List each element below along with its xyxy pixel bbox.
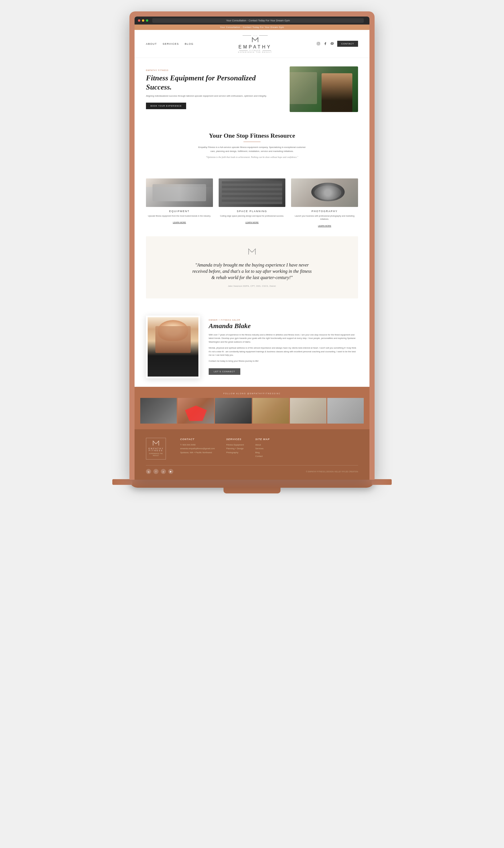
footer-logo-tagline: EXPERIENCE THE RESULT — [148, 453, 163, 457]
footer-service-2[interactable]: Planning + Design — [226, 447, 244, 451]
footer-sitemap-about[interactable]: About — [255, 443, 270, 447]
footer-sitemap-title: Site Map — [255, 438, 270, 441]
connect-button[interactable]: LET'S CONNECT — [209, 368, 240, 375]
footer-sitemap-services[interactable]: Services — [255, 447, 270, 451]
pinterest-icon[interactable] — [330, 42, 334, 46]
footer-youtube-icon[interactable]: ▶ — [168, 469, 173, 474]
about-image — [146, 315, 200, 378]
footer-contact-title: Contact — [180, 438, 215, 441]
footer-pinterest-icon[interactable]: p — [161, 469, 166, 474]
laptop-frame: Your Consultation - Contact Today For Yo… — [129, 12, 375, 480]
footer-instagram-icon[interactable]: ig — [146, 469, 151, 474]
footer-sitemap: Site Map About Services Blog Contact — [255, 438, 270, 459]
instagram-image-2[interactable] — [178, 398, 214, 423]
one-stop-quote: "Optimism is the faith that leads to ach… — [152, 156, 352, 159]
footer-bottom: ig f p ▶ © EMPATHY FITNESS | DESIGN: KEL… — [146, 465, 358, 474]
service-equipment: EQUIPMENT Upscale fitness equipment from… — [146, 178, 213, 228]
hero-content: EMPATHY FITNESS Fitness Equipment for Pe… — [146, 69, 281, 109]
browser-dot-minimize[interactable] — [142, 19, 144, 22]
logo-lines: — — — [194, 35, 317, 36]
footer-service-1[interactable]: Fitness Equipment — [226, 443, 244, 447]
footer-sitemap-contact[interactable]: Contact — [255, 454, 270, 458]
photography-link[interactable]: LEARN MORE — [318, 225, 331, 227]
hero-title: Fitness Equipment for Personalized Succe… — [146, 74, 281, 91]
footer-service-3[interactable]: Photography — [226, 451, 244, 455]
facebook-icon[interactable] — [324, 42, 327, 46]
nav-links: ABOUT SERVICES BLOG — [146, 42, 194, 45]
equipment-link[interactable]: LEARN MORE — [173, 221, 186, 223]
hero-cta-button[interactable]: BOOK YOUR EXPERIENCE — [146, 103, 186, 109]
logo-monogram — [194, 36, 317, 44]
footer-top: EMPATHY FITNESS EXPERIENCE THE RESULT Co… — [146, 438, 358, 459]
footer-sitemap-blog[interactable]: Blog — [255, 451, 270, 455]
photography-title: PHOTOGRAPHY — [291, 210, 358, 213]
about-bio-1: With over 7 years of experience in the f… — [209, 333, 358, 344]
photography-image — [291, 178, 358, 207]
about-bio-2: Mental, physical and spiritual wellness … — [209, 346, 358, 357]
laptop-base — [129, 480, 375, 488]
testimonial-author: Jake Swanson BSPA, CPT, CES, CSCS, Owner — [163, 285, 341, 287]
instagram-image-3[interactable] — [215, 398, 251, 423]
announcement-bar: Your Consultation - Contact Today For Yo… — [134, 24, 370, 30]
about-eyebrow: OWNER + FITNESS SALOR — [209, 319, 358, 321]
one-stop-section: Your One Stop Fitness Resource Empathy F… — [134, 121, 370, 170]
photography-desc: Launch your business with professional p… — [291, 214, 358, 221]
testimonial-section: "Amanda truly brought me the buying expe… — [146, 236, 358, 299]
space-planning-title: SPACE PLANNING — [219, 210, 286, 213]
instagram-section: FOLLOW ALONG @EMPATHYFITNESSINC — [134, 387, 370, 429]
nav-services[interactable]: SERVICES — [163, 42, 179, 45]
footer-phone: T: 509.544.5456 — [180, 443, 215, 447]
hero-description: Aligning individualized success through … — [146, 94, 281, 98]
space-planning-link[interactable]: LEARN MORE — [246, 221, 258, 223]
footer-social: ig f p ▶ — [146, 469, 173, 474]
announcement-text: Your Consultation - Contact Today For Yo… — [220, 26, 284, 29]
testimonial-quote: "Amanda truly brought me the buying expe… — [192, 262, 312, 281]
footer-email[interactable]: amanda.empathyfitness@gmail.com — [180, 447, 215, 451]
nav-right: CONTACT — [317, 41, 358, 47]
about-bio-3: Contact me today to bring your fitness j… — [209, 359, 358, 363]
svg-point-2 — [319, 42, 319, 43]
testimonial-monogram — [163, 248, 341, 257]
footer-logo-monogram — [148, 440, 163, 448]
navigation: ABOUT SERVICES BLOG — — — [134, 30, 370, 58]
service-photography: PHOTOGRAPHY Launch your business with pr… — [291, 178, 358, 228]
instagram-image-1[interactable] — [140, 398, 177, 423]
footer: EMPATHY FITNESS EXPERIENCE THE RESULT Co… — [134, 429, 370, 480]
hero-image — [290, 67, 358, 112]
equipment-title: EQUIPMENT — [146, 210, 213, 213]
contact-button[interactable]: CONTACT — [337, 41, 358, 47]
services-section: EQUIPMENT Upscale fitness equipment from… — [134, 170, 370, 236]
instagram-grid — [140, 398, 364, 423]
nav-blog[interactable]: BLOG — [185, 42, 194, 45]
about-section: OWNER + FITNESS SALOR Amanda Blake With … — [134, 307, 370, 387]
equipment-image — [146, 178, 213, 207]
browser-dot-close[interactable] — [138, 19, 140, 22]
footer-copyright: © EMPATHY FITNESS | DESIGN: KELLEY RYLEE… — [306, 471, 358, 473]
instagram-image-6[interactable] — [327, 398, 364, 423]
equipment-desc: Upscale fitness equipment from the most … — [146, 214, 213, 217]
service-space-planning: SPACE PLANNING Cutting edge space planni… — [219, 178, 286, 228]
nav-about[interactable]: ABOUT — [146, 42, 157, 45]
logo-text: EMPATHY — [194, 44, 317, 50]
laptop-stand — [223, 488, 281, 493]
svg-point-1 — [318, 43, 319, 44]
browser-url: Your Consultation - Contact Today For Yo… — [152, 18, 364, 23]
logo: — — EMPATHY FITNESS — [194, 35, 317, 53]
footer-facebook-icon[interactable]: f — [154, 469, 159, 474]
browser-dot-maximize[interactable] — [146, 19, 148, 22]
footer-services: Services Fitness Equipment Planning + De… — [226, 438, 244, 459]
instagram-label: FOLLOW ALONG @EMPATHYFITNESSINC — [140, 393, 364, 395]
footer-logo-name: EMPATHY FITNESS — [148, 448, 163, 451]
one-stop-desc: Empathy Fitness is a full-service upscal… — [198, 145, 306, 153]
laptop-screen: Your Consultation - Contact Today For Yo… — [134, 17, 370, 480]
about-content: OWNER + FITNESS SALOR Amanda Blake With … — [209, 319, 358, 375]
instagram-icon[interactable] — [317, 42, 320, 46]
hero-section: EMPATHY FITNESS Fitness Equipment for Pe… — [134, 58, 370, 121]
space-planning-image — [219, 178, 286, 207]
divider — [244, 142, 260, 142]
instagram-image-4[interactable] — [253, 398, 289, 423]
space-planning-desc: Cutting edge space planning design and l… — [219, 214, 286, 217]
one-stop-title: Your One Stop Fitness Resource — [152, 132, 352, 139]
instagram-image-5[interactable] — [290, 398, 326, 423]
about-name: Amanda Blake — [209, 322, 358, 330]
